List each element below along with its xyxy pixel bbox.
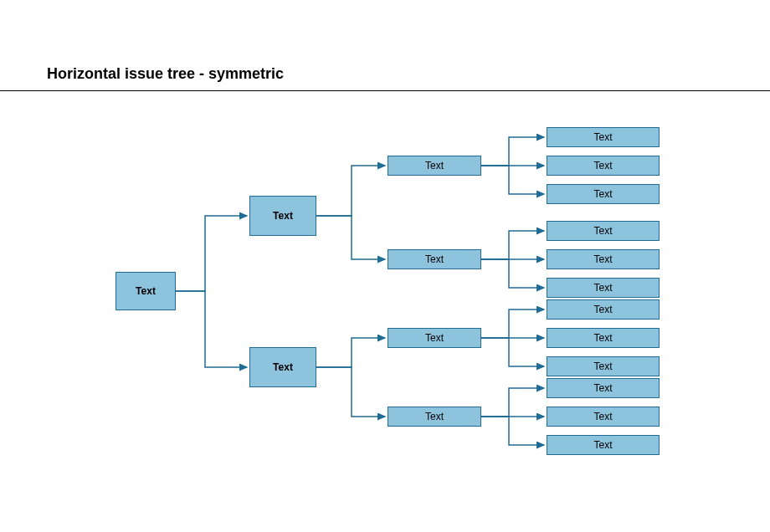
l4-node: Text	[547, 299, 660, 320]
l4-node: Text	[547, 127, 660, 147]
l4-node: Text	[547, 221, 660, 241]
node-label: Text	[425, 253, 444, 265]
l3-node: Text	[388, 249, 481, 269]
l4-node: Text	[547, 356, 660, 376]
node-label: Text	[593, 131, 612, 143]
node-label: Text	[593, 188, 612, 200]
node-label: Text	[593, 361, 612, 372]
l4-node: Text	[547, 184, 660, 204]
l3-node: Text	[388, 328, 481, 348]
node-label: Text	[273, 361, 293, 373]
l4-node: Text	[547, 156, 660, 176]
l4-node: Text	[547, 278, 660, 298]
node-label: Text	[136, 285, 156, 297]
node-label: Text	[273, 210, 293, 222]
node-label: Text	[593, 253, 612, 265]
root-node: Text	[116, 272, 176, 310]
l4-node: Text	[547, 435, 660, 455]
node-label: Text	[593, 304, 612, 315]
node-label: Text	[593, 411, 612, 422]
node-label: Text	[425, 332, 444, 344]
l4-node: Text	[547, 249, 660, 269]
node-label: Text	[425, 160, 444, 171]
l3-node: Text	[388, 407, 481, 427]
l3-node: Text	[388, 156, 481, 176]
node-label: Text	[593, 439, 612, 451]
l2-node: Text	[249, 196, 316, 236]
node-label: Text	[593, 332, 612, 344]
node-label: Text	[425, 411, 444, 422]
node-label: Text	[593, 382, 612, 394]
l4-node: Text	[547, 378, 660, 398]
tree-diagram: Text Text Text Text Text Text Text Text …	[0, 0, 770, 532]
node-label: Text	[593, 282, 612, 294]
l2-node: Text	[249, 347, 316, 387]
node-label: Text	[593, 225, 612, 237]
l4-node: Text	[547, 328, 660, 348]
node-label: Text	[593, 160, 612, 171]
l4-node: Text	[547, 407, 660, 427]
